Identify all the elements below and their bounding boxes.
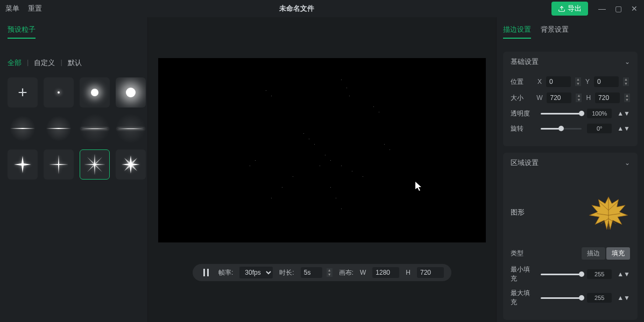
chevron-down-icon: ⌄	[625, 58, 630, 66]
filter-default[interactable]: 默认	[68, 58, 82, 68]
position-y-input[interactable]	[594, 76, 619, 87]
size-w-spinner[interactable]: ▲▼	[576, 94, 582, 102]
menu-bar: 菜单 重置	[5, 4, 42, 13]
rotation-label: 旋转	[511, 124, 535, 133]
position-label: 位置	[511, 77, 533, 87]
min-fill-spinner[interactable]: ▲▼	[617, 270, 630, 278]
maximize-button[interactable]: ▢	[614, 4, 622, 13]
max-fill-spinner[interactable]: ▲▼	[617, 294, 630, 302]
tab-background[interactable]: 背景设置	[541, 25, 569, 39]
size-label: 大小	[511, 94, 532, 103]
position-x-spinner[interactable]: ▲▼	[575, 77, 581, 86]
sidebar-right: 描边设置 背景设置 基础设置 ⌄ 位置 X ▲▼ Y ▲▼ 大小	[496, 17, 644, 322]
filter-all[interactable]: 全部	[8, 58, 22, 68]
min-fill-label: 最小填充	[511, 265, 535, 283]
preview-canvas[interactable]	[158, 58, 486, 242]
tab-stroke[interactable]: 描边设置	[503, 25, 531, 39]
export-button[interactable]: 导出	[551, 2, 588, 16]
cursor-icon	[415, 182, 423, 194]
opacity-value: 100%	[587, 109, 612, 118]
menu-button[interactable]: 菜单	[5, 4, 19, 13]
opacity-slider[interactable]	[541, 113, 582, 115]
canvas-h-label: H	[406, 269, 411, 276]
section-basic: 基础设置 ⌄ 位置 X ▲▼ Y ▲▼ 大小 W ▲▼	[503, 52, 638, 146]
type-stroke-button[interactable]: 描边	[582, 247, 605, 260]
svg-rect-2	[207, 269, 209, 276]
section-region-title: 区域设置	[511, 158, 539, 168]
size-h-spinner[interactable]: ▲▼	[624, 94, 630, 102]
minimize-button[interactable]: —	[598, 4, 606, 13]
x-label: X	[537, 78, 542, 85]
canvas-area: 帧率: 30fps 时长: ▲▼ 画布: W H	[148, 17, 496, 322]
preset-particle[interactable]	[80, 77, 110, 108]
section-basic-head[interactable]: 基础设置 ⌄	[503, 52, 638, 72]
y-label: Y	[585, 78, 590, 85]
shape-label: 图形	[511, 207, 525, 217]
preset-particle-selected[interactable]	[80, 149, 110, 180]
size-h-input[interactable]	[595, 92, 620, 103]
preset-particle[interactable]	[44, 113, 74, 144]
preset-tab[interactable]: 预设粒子	[8, 25, 36, 39]
rotation-slider[interactable]	[541, 128, 582, 130]
reset-button[interactable]: 重置	[28, 4, 42, 13]
type-label: 类型	[511, 249, 523, 258]
export-label: 导出	[568, 4, 582, 13]
fps-label: 帧率:	[218, 268, 233, 277]
export-icon	[558, 5, 565, 12]
type-fill-button[interactable]: 填充	[606, 247, 630, 260]
preset-particle[interactable]	[44, 77, 74, 108]
preset-particle[interactable]	[8, 149, 38, 180]
section-basic-title: 基础设置	[511, 57, 539, 67]
window-controls: — ▢ ✕	[598, 4, 639, 13]
preset-add[interactable]: +	[8, 77, 38, 108]
preset-grid: +	[8, 77, 140, 180]
max-fill-slider[interactable]	[541, 297, 582, 299]
preset-particle[interactable]	[80, 113, 110, 144]
max-fill-value: 255	[587, 293, 612, 303]
preset-particle[interactable]	[44, 149, 74, 180]
min-fill-value: 255	[587, 269, 612, 279]
preset-filter-row: 全部 | 自定义 | 默认	[8, 58, 140, 68]
canvas-height-input[interactable]	[417, 267, 444, 278]
playback-bar: 帧率: 30fps 时长: ▲▼ 画布: W H	[193, 264, 451, 281]
pause-icon	[203, 269, 209, 276]
opacity-label: 透明度	[511, 109, 535, 118]
max-fill-label: 最大填充	[511, 289, 535, 307]
min-fill-slider[interactable]	[541, 274, 582, 275]
chevron-down-icon: ⌄	[625, 159, 630, 167]
opacity-spinner[interactable]: ▲▼	[617, 110, 630, 117]
rotation-value: 0°	[587, 124, 612, 133]
filter-custom[interactable]: 自定义	[34, 58, 55, 68]
position-x-input[interactable]	[546, 76, 571, 87]
preset-particle[interactable]	[116, 77, 146, 108]
canvas-label: 画布:	[339, 268, 353, 277]
section-region-head[interactable]: 区域设置 ⌄	[503, 153, 638, 173]
fps-select[interactable]: 30fps	[239, 267, 273, 278]
canvas-w-label: W	[360, 269, 366, 276]
size-w-input[interactable]	[547, 92, 571, 103]
preset-particle[interactable]	[116, 149, 146, 180]
h-label: H	[586, 94, 591, 102]
preset-particle[interactable]	[116, 113, 146, 144]
sidebar-left: 预设粒子 全部 | 自定义 | 默认 +	[0, 17, 148, 322]
canvas-width-input[interactable]	[372, 267, 399, 278]
duration-input[interactable]	[301, 267, 322, 278]
type-toggle: 描边 填充	[582, 247, 630, 260]
svg-rect-1	[203, 269, 205, 276]
section-region: 区域设置 ⌄ 图形 类型 描边 填充	[503, 153, 638, 320]
preset-particle[interactable]	[8, 113, 38, 144]
position-y-spinner[interactable]: ▲▼	[623, 77, 629, 86]
w-label: W	[536, 94, 542, 102]
close-button[interactable]: ✕	[630, 4, 639, 13]
shape-preview-leaf-icon[interactable]	[587, 194, 630, 231]
pause-button[interactable]	[200, 267, 212, 278]
duration-label: 时长:	[279, 268, 294, 277]
rotation-spinner[interactable]: ▲▼	[617, 125, 630, 132]
titlebar: 菜单 重置 未命名文件 导出 — ▢ ✕	[0, 0, 644, 17]
right-tabs: 描边设置 背景设置	[503, 25, 638, 39]
duration-spinner[interactable]: ▲▼	[327, 268, 332, 277]
file-title: 未命名文件	[42, 4, 551, 13]
